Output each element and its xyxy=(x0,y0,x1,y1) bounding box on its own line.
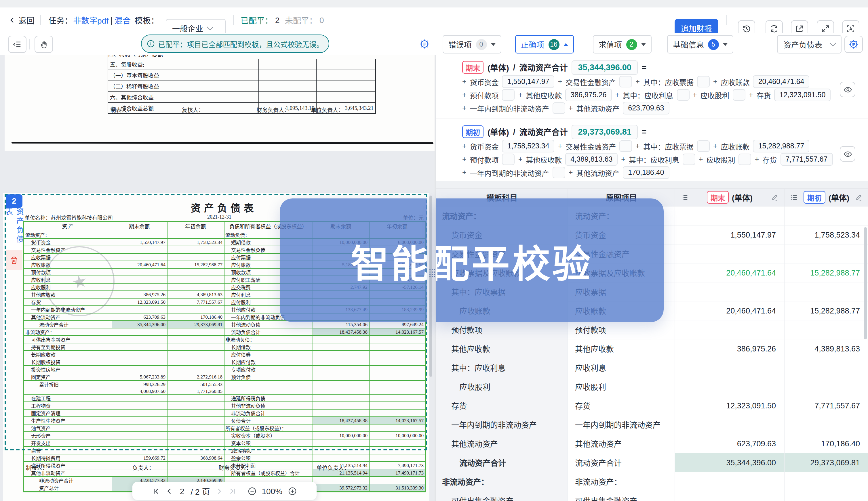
current-page[interactable]: 2 xyxy=(180,486,185,495)
formula-empty-box[interactable] xyxy=(697,140,710,152)
sheet-tab-label[interactable]: 资产负债表 xyxy=(6,207,22,250)
formula-empty-box[interactable] xyxy=(553,103,565,114)
left-panel-scrollbar[interactable] xyxy=(429,195,432,377)
end-value-cell[interactable]: 1,550,147.97 xyxy=(675,225,784,244)
formula-value-box[interactable]: 20,460,471.64 xyxy=(753,75,809,88)
prev-page-button[interactable] xyxy=(166,487,174,495)
end-value-cell[interactable] xyxy=(675,415,784,434)
formula-empty-box[interactable] xyxy=(619,140,632,152)
divider xyxy=(233,15,234,25)
first-page-button[interactable] xyxy=(152,487,160,495)
outline-toggle-button[interactable] xyxy=(8,36,27,53)
doc-cell xyxy=(259,81,316,92)
formula-value-box[interactable]: 170,186.40 xyxy=(623,166,669,179)
task-mode-link[interactable]: 混合 xyxy=(115,8,130,33)
formula-empty-box[interactable] xyxy=(739,153,751,165)
detail-list-icon[interactable] xyxy=(680,193,689,202)
doc-cell: 开发支出 xyxy=(24,439,112,447)
preview-eye-button[interactable] xyxy=(840,82,855,97)
end-value-cell[interactable]: 20,460,471.64 xyxy=(675,301,784,320)
formula-value-box[interactable]: 1,758,523.34 xyxy=(502,140,555,152)
zoom-out-button[interactable] xyxy=(247,486,257,495)
end-value-cell[interactable]: 20,460,471.64 xyxy=(675,263,784,282)
left-settings-button[interactable] xyxy=(416,36,433,52)
sheet-tab-index[interactable]: 2 xyxy=(6,194,22,207)
edit-pencil-icon[interactable] xyxy=(771,193,779,201)
formula-empty-box[interactable] xyxy=(553,167,565,178)
doc-cell xyxy=(369,394,425,402)
formula-empty-box[interactable] xyxy=(677,89,689,101)
zoom-in-button[interactable] xyxy=(287,486,297,495)
begin-value-cell[interactable] xyxy=(784,320,868,339)
formula-empty-box[interactable] xyxy=(619,76,632,87)
begin-value-cell[interactable]: 29,373,069.81 xyxy=(784,453,868,472)
end-value-cell[interactable] xyxy=(675,377,784,396)
formula-empty-box[interactable] xyxy=(697,76,710,87)
end-value-cell[interactable] xyxy=(675,472,784,491)
formula-empty-box[interactable] xyxy=(502,89,515,101)
begin-value-cell[interactable] xyxy=(784,491,868,501)
end-value-cell[interactable] xyxy=(675,282,784,301)
formula-value-box[interactable]: 12,323,091.50 xyxy=(774,88,830,101)
last-page-button[interactable] xyxy=(228,487,236,495)
end-value-cell[interactable]: 386,975.26 xyxy=(675,339,784,358)
formula-empty-box[interactable] xyxy=(733,89,745,101)
task-name-link[interactable]: 非数字pdf xyxy=(73,8,108,33)
doc-cell xyxy=(369,424,425,432)
next-page-button[interactable] xyxy=(215,487,223,495)
formula-empty-box[interactable] xyxy=(502,153,515,165)
back-button[interactable]: 返回 xyxy=(9,8,34,33)
begin-value-cell[interactable] xyxy=(784,415,868,434)
begin-value-cell[interactable]: 7,771,557.67 xyxy=(784,396,868,415)
formula-total-box[interactable]: 29,373,069.81 xyxy=(572,125,637,139)
right-panel-scrollbar[interactable] xyxy=(864,227,867,339)
end-value-cell[interactable] xyxy=(675,206,784,225)
formula-value-box[interactable]: 1,550,147.97 xyxy=(502,75,555,88)
end-value-cell[interactable] xyxy=(675,320,784,339)
end-value-cell[interactable]: 12,323,091.50 xyxy=(675,396,784,415)
begin-value-cell[interactable] xyxy=(784,472,868,491)
formula-value-box[interactable]: 15,282,988.77 xyxy=(753,140,809,152)
doc-row: 五、每股收益: xyxy=(108,59,376,70)
formula-total-box[interactable]: 35,344,396.00 xyxy=(572,60,637,74)
delete-sheet-button[interactable] xyxy=(6,250,22,270)
doc-row: 开发支出资本公积 xyxy=(24,439,425,447)
right-settings-button[interactable] xyxy=(844,36,863,53)
formula-value-box[interactable]: 4,389,813.63 xyxy=(565,153,618,166)
formula-scope: (单体) xyxy=(488,126,509,138)
begin-value-cell[interactable] xyxy=(784,244,868,263)
begin-value-cell[interactable] xyxy=(784,358,868,377)
end-value-cell[interactable]: 35,344,396.00 xyxy=(675,453,784,472)
begin-value-cell[interactable]: 170,186.40 xyxy=(784,434,868,453)
formula-value-box[interactable]: 623,709.63 xyxy=(623,102,669,115)
sheet-select[interactable]: 资产负债表 xyxy=(777,35,841,53)
begin-value-cell[interactable] xyxy=(784,377,868,396)
begin-value-cell[interactable] xyxy=(784,282,868,301)
begin-value-cell[interactable] xyxy=(784,206,868,225)
detail-list-icon[interactable] xyxy=(790,193,798,202)
formula-empty-box[interactable] xyxy=(683,153,695,165)
doc-cell xyxy=(369,409,425,417)
filter-basic-info[interactable]: 基础信息5 xyxy=(667,35,733,53)
preview-eye-button[interactable] xyxy=(840,146,855,162)
col-header-begin-period[interactable]: 期初(单体) xyxy=(784,188,868,206)
drag-handle-dots[interactable] xyxy=(429,269,436,278)
edit-pencil-icon[interactable] xyxy=(855,193,863,201)
formula-item-label: 存货 xyxy=(762,154,777,165)
filter-correct[interactable]: 正确项16 xyxy=(515,35,574,53)
end-value-cell[interactable]: 623,709.63 xyxy=(675,434,784,453)
begin-value-cell[interactable]: 15,282,988.77 xyxy=(784,263,868,282)
col-header-end-period[interactable]: 期末(单体) xyxy=(675,188,784,206)
end-value-cell[interactable] xyxy=(675,491,784,501)
begin-value-cell[interactable]: 15,282,988.77 xyxy=(784,301,868,320)
filter-errors[interactable]: 错误项0 xyxy=(443,35,501,53)
formula-line: +一年内到期的非流动资产+其他流动资产623,709.63 xyxy=(462,102,868,115)
filter-evaluated[interactable]: 求值项2 xyxy=(593,35,651,53)
end-value-cell[interactable] xyxy=(675,244,784,263)
formula-value-box[interactable]: 7,771,557.67 xyxy=(780,153,833,166)
end-value-cell[interactable] xyxy=(675,358,784,377)
formula-value-box[interactable]: 386,975.26 xyxy=(565,88,611,101)
pan-tool-button[interactable] xyxy=(34,36,53,53)
begin-value-cell[interactable]: 1,758,523.34 xyxy=(784,225,868,244)
begin-value-cell[interactable]: 4,389,813.63 xyxy=(784,339,868,358)
